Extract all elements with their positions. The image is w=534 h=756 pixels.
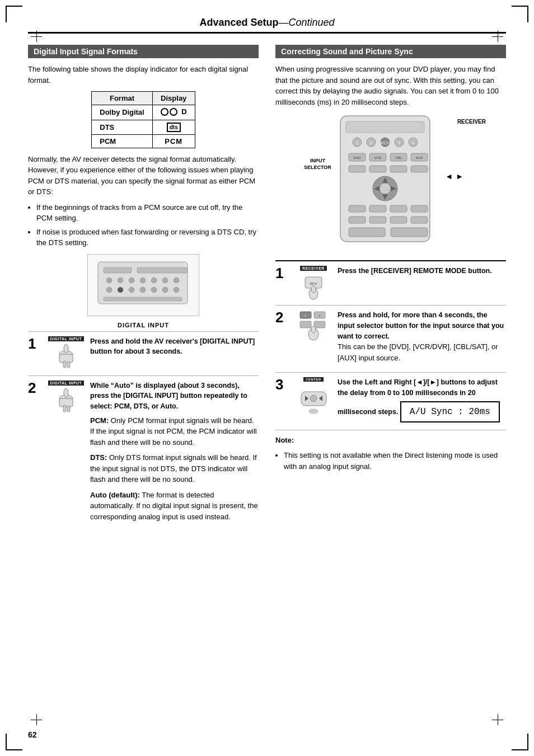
hand-icon-2 <box>52 387 80 415</box>
dolby-d2 <box>170 108 177 116</box>
svg-text:3: 3 <box>398 141 400 145</box>
display-dts: dts <box>152 120 195 134</box>
av-sync-display: A/U Sync : 20ms <box>400 401 500 422</box>
left-step2-auto: Auto (default): The format is detected a… <box>90 490 259 523</box>
svg-text:RCV: RCV <box>381 140 391 145</box>
left-intro: The following table shows the display in… <box>28 64 259 86</box>
svg-rect-59 <box>369 205 386 212</box>
display-dolby: D <box>152 105 195 120</box>
corner-mark-br <box>512 734 528 750</box>
svg-point-71 <box>311 286 316 293</box>
svg-point-3 <box>106 278 112 283</box>
left-step2-dts: DTS: Only DTS format input signals will … <box>90 452 259 485</box>
left-step2-number: 2 <box>28 381 42 395</box>
svg-point-83 <box>309 409 318 414</box>
svg-point-6 <box>140 278 146 283</box>
two-col-layout: Digital Input Signal Formats The followi… <box>28 45 506 531</box>
svg-rect-66 <box>349 228 385 237</box>
svg-rect-26 <box>67 406 70 412</box>
svg-rect-49 <box>369 166 386 172</box>
crosshair-br <box>492 714 503 725</box>
receiver-diagram-container: INPUTSELECTOR RECEIVER ◄ ► <box>329 113 452 249</box>
svg-point-53 <box>380 183 391 194</box>
dolby-d1 <box>161 108 168 116</box>
hand-icon-1 <box>52 343 80 371</box>
display-pcm: PCM <box>152 134 195 148</box>
svg-point-14 <box>151 287 157 293</box>
digital-input-label: DIGITAL INPUT <box>28 322 259 328</box>
right-section-header: Correcting Sound and Picture Sync <box>275 45 506 58</box>
right-step2-sub: This can be the [DVD], [VCR/DVR], [CBL/S… <box>338 341 506 363</box>
left-body1: Normally, the AV receiver detects the si… <box>28 154 259 198</box>
dts-label: DTS: <box>90 453 107 462</box>
crosshair-tr <box>492 31 503 42</box>
lr-arrows: ◄ ► <box>445 172 463 181</box>
note-item: This setting is not available when the D… <box>284 450 506 472</box>
svg-point-27 <box>64 388 68 397</box>
note-heading-text: Note: <box>275 436 294 444</box>
svg-point-12 <box>129 287 134 293</box>
receiver-remote-svg: 1 2 RCV 3 4 DVD VCR CBL AUX <box>329 113 441 247</box>
svg-text:DVD: DVD <box>354 156 361 159</box>
left-step1-heading: Press and hold the AV receiver's [DIGITA… <box>90 337 255 356</box>
svg-point-9 <box>174 278 179 283</box>
svg-rect-61 <box>411 205 428 212</box>
right-step1-number: 1 <box>275 266 289 280</box>
right-step3-desc: Use the Left and Right [◄]/[►] buttons t… <box>338 377 506 422</box>
svg-rect-25 <box>63 405 66 412</box>
left-step2-badge: DIGITAL INPUT <box>48 381 85 386</box>
svg-point-4 <box>118 278 123 283</box>
page-title: Advanced Setup—Continued <box>28 17 506 34</box>
svg-rect-21 <box>67 361 70 368</box>
left-step1-desc: Press and hold the AV receiver's [DIGITA… <box>90 336 259 358</box>
svg-point-15 <box>162 287 168 293</box>
svg-text:1: 1 <box>356 140 359 145</box>
svg-rect-67 <box>391 228 428 237</box>
svg-point-10 <box>106 287 112 293</box>
bullet-list: If the beginnings of tracks from a PCM s… <box>36 202 259 248</box>
arrow-right: ► <box>456 172 463 181</box>
svg-point-16 <box>174 287 179 293</box>
note-heading: Note: <box>275 435 506 446</box>
pcm-display: PCM <box>165 137 182 145</box>
svg-rect-20 <box>63 361 66 368</box>
left-step1: 1 DIGITAL INPUT Press and hold the AV re… <box>28 331 259 375</box>
corner-mark-tl <box>6 6 22 22</box>
left-step2-icon-col: DIGITAL INPUT <box>46 381 86 415</box>
left-step1-number: 1 <box>28 336 42 351</box>
table-row: Dolby Digital D <box>92 105 195 120</box>
input-buttons-icon: 1 2 <box>298 310 329 341</box>
left-step2-desc: While “Auto” is displayed (about 3 secon… <box>90 381 259 527</box>
crosshair-tl <box>31 31 42 42</box>
left-step2: 2 DIGITAL INPUT While “Auto” is displaye… <box>28 375 259 532</box>
svg-point-22 <box>64 344 68 353</box>
left-step1-badge: DIGITAL INPUT <box>48 336 85 341</box>
svg-rect-58 <box>349 205 366 212</box>
svg-text:CBL: CBL <box>395 156 402 159</box>
left-step2-pcm: PCM: Only PCM format input signals will … <box>90 415 259 448</box>
right-step2-icon-col: 1 2 <box>294 310 333 341</box>
svg-text:1: 1 <box>305 314 306 317</box>
left-column: Digital Input Signal Formats The followi… <box>28 45 259 531</box>
format-table: Format Display Dolby Digital D <box>91 91 195 148</box>
svg-rect-2 <box>137 267 188 273</box>
corner-mark-tr <box>512 6 528 22</box>
svg-rect-75 <box>314 321 325 328</box>
right-step2-number: 2 <box>275 310 289 325</box>
svg-rect-51 <box>411 166 428 172</box>
svg-point-5 <box>129 278 134 283</box>
svg-text:2: 2 <box>318 314 320 317</box>
right-step3-number: 3 <box>275 377 289 392</box>
right-step1-heading: Press the [RECEIVER] REMOTE MODE button. <box>338 267 492 275</box>
svg-rect-48 <box>349 166 366 172</box>
device-svg <box>92 259 193 309</box>
crosshair-bl <box>31 714 42 725</box>
svg-text:2: 2 <box>370 140 373 145</box>
right-step1-desc: Press the [RECEIVER] REMOTE MODE button. <box>338 266 506 276</box>
svg-rect-29 <box>346 121 424 133</box>
note-section: Note: This setting is not available when… <box>275 430 506 472</box>
right-step3-icon-col: CENTER <box>294 377 333 414</box>
svg-point-79 <box>311 326 316 333</box>
svg-point-7 <box>151 278 157 283</box>
svg-rect-65 <box>411 217 428 223</box>
